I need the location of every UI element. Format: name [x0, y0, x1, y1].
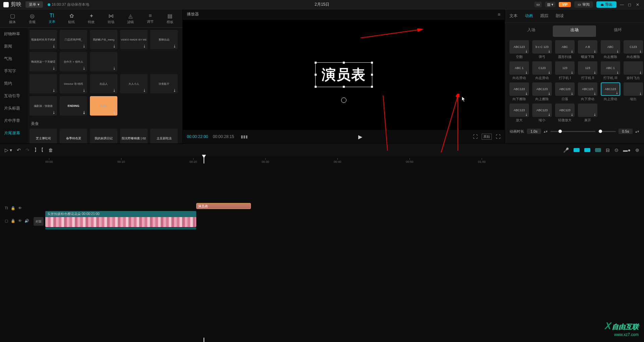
sidebar-item-片中序章[interactable]: 片中序章 — [0, 115, 28, 127]
resize-handle-tr[interactable] — [371, 62, 373, 64]
download-icon[interactable]: ⭳ — [83, 143, 86, 143]
download-icon[interactable]: ⭳ — [593, 92, 596, 95]
layout-button-1[interactable]: ▭ — [534, 2, 542, 7]
download-icon[interactable]: ⭳ — [616, 50, 619, 53]
text-template[interactable]: 土豆新吃法⭳ — [150, 129, 178, 143]
close-button[interactable]: ✕ — [636, 2, 641, 7]
animation-item-向右滑动[interactable]: ABC 1⭳向右滑动 — [509, 61, 529, 80]
duration-input-1[interactable] — [527, 129, 541, 134]
timecode-toggle[interactable]: ▮▮▮ — [241, 134, 248, 139]
tool-tab-模板[interactable]: ▤模板 — [160, 13, 180, 24]
download-icon[interactable]: ⭳ — [571, 113, 574, 116]
download-icon[interactable]: ⭳ — [113, 143, 116, 143]
video-clip[interactable]: 实景拍摄粉色樱花花朵 00:00:21:00 — [45, 211, 196, 229]
anim-subtab-循环[interactable]: 循环 — [596, 25, 639, 37]
tool-tab-媒体[interactable]: ▢媒体 — [3, 13, 22, 24]
animation-item-展开[interactable]: ⭳展开 — [578, 104, 597, 123]
vip-badge[interactable]: VIP — [559, 2, 571, 7]
inspector-tab-朗读[interactable]: 朗读 — [556, 13, 564, 19]
animation-item-日落[interactable]: ABC123⭳日落 — [555, 82, 575, 101]
player-menu-icon[interactable]: ≡ — [498, 12, 500, 17]
tool-tab-滤镜[interactable]: ◬滤镜 — [121, 13, 141, 24]
download-icon[interactable]: ⭳ — [615, 91, 619, 94]
download-icon[interactable]: ⭳ — [52, 111, 56, 114]
sidebar-item-片头标题[interactable]: 片头标题 — [0, 102, 28, 115]
duration-slider-1[interactable] — [550, 131, 595, 132]
tool-tab-转场[interactable]: ⋈转场 — [101, 13, 121, 24]
animation-item-打字机 I[interactable]: 123⭳打字机 I — [555, 61, 575, 80]
split-button[interactable]: 】【 — [34, 147, 44, 153]
download-icon[interactable]: ⭳ — [548, 71, 551, 74]
animation-item-轻微放大[interactable]: ABC123⭳轻微放大 — [555, 104, 575, 123]
text-template[interactable]: 珍贵影片⭳ — [150, 74, 178, 93]
download-icon[interactable]: ⭳ — [616, 71, 619, 74]
download-icon[interactable]: ⭳ — [52, 88, 56, 92]
download-icon[interactable]: ⭳ — [639, 71, 642, 74]
text-template[interactable]: ⭳ — [30, 74, 57, 93]
maximize-button[interactable]: ◻ — [628, 2, 633, 7]
tool-tab-调节[interactable]: ≡调节 — [141, 13, 160, 24]
tool-tab-特效[interactable]: ✦特效 — [82, 13, 101, 24]
download-icon[interactable]: ⭳ — [593, 50, 596, 53]
sidebar-item-美食[interactable]: 美食 — [0, 139, 28, 143]
undo-button[interactable]: ↶ — [17, 147, 21, 153]
download-icon[interactable]: ⭳ — [525, 92, 528, 95]
download-icon[interactable]: ⭳ — [113, 44, 116, 48]
export-button[interactable]: ⏏ 导出 — [596, 1, 616, 8]
download-icon[interactable]: ⭳ — [571, 50, 574, 53]
download-icon[interactable]: ⭳ — [593, 71, 596, 74]
download-icon[interactable]: ⭳ — [639, 92, 642, 95]
stepper-1[interactable]: ▴▾ — [544, 129, 548, 134]
video-track-icon[interactable]: ▢ — [5, 219, 8, 223]
text-template[interactable]: BYE~⭳ — [90, 96, 117, 116]
stepper-2[interactable]: ▴▾ — [635, 129, 639, 134]
download-icon[interactable]: ⭳ — [52, 66, 56, 70]
text-template[interactable]: 嗨就想这一下关键话⭳ — [30, 52, 57, 71]
text-template[interactable]: VIDEO MADE BY ME⭳ — [120, 30, 148, 49]
resize-handle-ml[interactable] — [315, 74, 317, 76]
project-title[interactable]: 2月15日 — [315, 2, 329, 7]
download-icon[interactable]: ⭳ — [548, 50, 551, 53]
template-grid[interactable]: 视频各时长关于闲谈⭳门店咨询声明_⭳我的帐户名_meng⭳VIDEO MADE … — [28, 28, 182, 143]
align-icon[interactable]: ⊟ — [606, 147, 610, 153]
inspector-tab-动画[interactable]: 动画 — [525, 13, 533, 19]
animation-item-向上擦除[interactable]: ABC123⭳向上擦除 — [532, 82, 552, 101]
resize-handle-tm[interactable] — [343, 62, 345, 64]
text-template[interactable]: 出品人⭳ — [90, 74, 117, 93]
anim-subtab-入场[interactable]: 入场 — [509, 25, 553, 37]
download-icon[interactable]: ⭳ — [548, 113, 551, 116]
anim-subtab-出场[interactable]: 出场 — [553, 25, 596, 37]
mic-icon[interactable]: 🎤 — [563, 147, 569, 153]
animation-item-向左擦除[interactable]: ABC⭳向左擦除 — [601, 40, 620, 59]
download-icon[interactable]: ⭳ — [83, 88, 86, 92]
duration-input-2[interactable] — [619, 129, 633, 134]
resize-handle-tl[interactable] — [315, 62, 317, 64]
resize-handle-bl[interactable] — [315, 86, 317, 88]
download-icon[interactable]: ⭳ — [525, 50, 528, 53]
text-template[interactable]: 视频各时长关于闲谈⭳ — [30, 30, 57, 49]
redo-button[interactable]: ↷ — [25, 147, 30, 153]
zoom-fit-icon[interactable]: ⊚ — [635, 147, 639, 153]
crop-icon[interactable]: ⛶ — [473, 134, 478, 139]
download-icon[interactable]: ⭳ — [639, 50, 642, 53]
animation-item-空翻[interactable]: ABC123⭳空翻 — [509, 40, 529, 59]
inspector-tab-跟踪[interactable]: 跟踪 — [540, 13, 548, 19]
download-icon[interactable]: ⭳ — [525, 113, 528, 116]
lock-icon[interactable]: 🔒 — [11, 219, 15, 223]
download-icon[interactable]: ⭳ — [83, 66, 86, 70]
tool-tab-文本[interactable]: TI文本 — [42, 13, 62, 24]
text-template[interactable]: 阳光野餐锦囊 | 02⭳ — [120, 129, 148, 143]
text-template[interactable]: ENDING⭳ — [60, 96, 87, 116]
animation-item-打字机 III[interactable]: ABC 1⭳打字机 III — [601, 61, 620, 80]
track-mode-3[interactable] — [595, 148, 601, 152]
player-canvas[interactable]: 演员表 — [183, 19, 504, 130]
sidebar-item-气泡[interactable]: 气泡 — [0, 53, 28, 65]
download-icon[interactable]: ⭳ — [173, 88, 176, 92]
text-template[interactable]: 大人小人⭳ — [120, 74, 148, 93]
resize-handle-bm[interactable] — [343, 86, 345, 88]
animation-item-向右擦除[interactable]: C123⭳向右擦除 — [624, 40, 643, 59]
text-template[interactable]: ⭳ — [90, 52, 117, 71]
sidebar-item-互动引导[interactable]: 互动引导 — [0, 90, 28, 102]
text-clip[interactable]: 演员表 — [196, 203, 251, 209]
download-icon[interactable]: ⭳ — [113, 88, 116, 92]
